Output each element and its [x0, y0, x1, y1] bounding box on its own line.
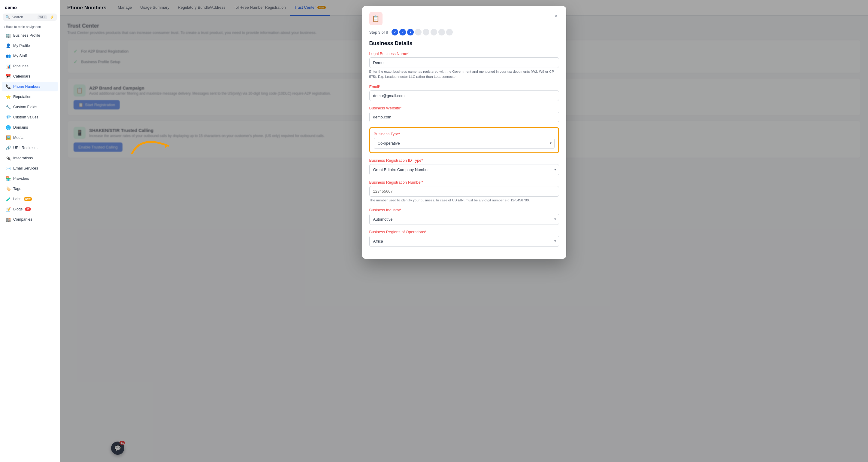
- store-icon: 🏪: [5, 176, 11, 181]
- sidebar-label: Providers: [13, 176, 29, 181]
- business-type-select[interactable]: Co-operative Sole Proprietorship Partner…: [374, 138, 555, 149]
- sidebar: demo 🔍 Search ctrl K ⚡ ‹ Back to main na…: [0, 0, 60, 462]
- labs-new-badge: new: [24, 197, 32, 201]
- sidebar-label: Domains: [13, 125, 28, 129]
- building-icon: 🏢: [5, 33, 11, 38]
- legal-name-input[interactable]: [369, 57, 559, 68]
- back-navigation[interactable]: ‹ Back to main navigation: [0, 23, 60, 30]
- sidebar-label: Reputation: [13, 95, 31, 99]
- person-icon: 👤: [5, 43, 11, 48]
- sidebar-label: Integrations: [13, 156, 33, 160]
- blogs-num-badge: 11: [25, 207, 31, 211]
- step-2: ✓: [399, 29, 406, 35]
- sidebar-item-url-redirects[interactable]: 🔗 URL Redirects: [2, 143, 58, 153]
- search-icon: 🔍: [5, 15, 10, 19]
- email-input[interactable]: [369, 90, 559, 101]
- sidebar-label: Companies: [13, 217, 32, 222]
- email-label: Email*: [369, 84, 559, 89]
- svg-marker-0: [164, 144, 168, 148]
- star-icon: ⭐: [5, 94, 11, 99]
- flash-icon: ⚡: [50, 15, 54, 19]
- sidebar-item-my-profile[interactable]: 👤 My Profile: [2, 41, 58, 51]
- sidebar-label: Email Services: [13, 166, 38, 170]
- legal-name-hint: Enter the exact business name, as regist…: [369, 69, 559, 80]
- sidebar-label: Custom Values: [13, 115, 38, 119]
- plug-icon: 🔌: [5, 156, 11, 161]
- sidebar-item-blogs[interactable]: 📝 Blogs 11: [2, 204, 58, 214]
- sidebar-item-business-profile[interactable]: 🏢 Business Profile: [2, 31, 58, 40]
- regions-select[interactable]: Africa Asia Europe North America South A…: [369, 236, 559, 247]
- sidebar-label: URL Redirects: [13, 146, 37, 150]
- registration-id-type-select[interactable]: Great Britain: Company Number EIN DUNS A…: [369, 164, 559, 175]
- sidebar-item-domains[interactable]: 🌐 Domains: [2, 123, 58, 132]
- modal-steps: Step 3 of 8 ✓ ✓ ●: [362, 25, 566, 40]
- search-bar[interactable]: 🔍 Search ctrl K ⚡: [3, 13, 57, 21]
- website-group: Business Website*: [369, 106, 559, 122]
- arrow-annotation: [123, 129, 177, 159]
- calendar-icon: 📅: [5, 74, 11, 79]
- sidebar-item-labs[interactable]: 🧪 Labs new: [2, 194, 58, 204]
- globe-icon: 🌐: [5, 125, 11, 130]
- business-industry-group: Business Industry* Automotive Finance He…: [369, 208, 559, 225]
- sidebar-item-custom-fields[interactable]: 🔧 Custom Fields: [2, 102, 58, 112]
- website-label: Business Website*: [369, 106, 559, 110]
- step-5: [423, 29, 429, 35]
- regions-group: Business Regions of Operations* Africa A…: [369, 230, 559, 247]
- sidebar-label: My Profile: [13, 44, 30, 48]
- diamond-icon: 💎: [5, 115, 11, 120]
- sidebar-item-custom-values[interactable]: 💎 Custom Values: [2, 112, 58, 122]
- registration-id-type-wrapper: Great Britain: Company Number EIN DUNS A…: [369, 164, 559, 175]
- step-label: Step 3 of 8: [369, 30, 388, 35]
- blog-icon: 📝: [5, 207, 11, 212]
- regions-wrapper: Africa Asia Europe North America South A…: [369, 236, 559, 247]
- modal-icon: 📋: [369, 12, 382, 25]
- step-1: ✓: [392, 29, 398, 35]
- main-area: Phone Numbers Manage Usage Summary Regul…: [60, 0, 868, 462]
- regions-label: Business Regions of Operations*: [369, 230, 559, 234]
- modal-body: Business Details Legal Business Name* En…: [362, 40, 566, 259]
- business-details-modal: 📋 × Step 3 of 8 ✓ ✓ ● Business Details: [362, 6, 566, 259]
- registration-number-input[interactable]: [369, 186, 559, 197]
- business-industry-select[interactable]: Automotive Finance Healthcare Technology…: [369, 214, 559, 225]
- sidebar-label: My Staff: [13, 54, 27, 58]
- business-industry-label: Business Industry*: [369, 208, 559, 212]
- registration-id-type-group: Business Registration ID Type* Great Bri…: [369, 158, 559, 175]
- sidebar-item-phone-numbers[interactable]: 📞 Phone Numbers: [2, 82, 58, 91]
- business-type-label: Business Type*: [374, 132, 555, 136]
- tag-icon: 🏷️: [5, 186, 11, 191]
- sidebar-item-calendars[interactable]: 📅 Calendars: [2, 71, 58, 81]
- email-icon: ✉️: [5, 166, 11, 171]
- wrench-icon: 🔧: [5, 105, 11, 109]
- modal-close-button[interactable]: ×: [553, 12, 559, 20]
- sidebar-item-media[interactable]: 🖼️ Media: [2, 133, 58, 142]
- registration-id-type-label: Business Registration ID Type*: [369, 158, 559, 163]
- step-6: [431, 29, 437, 35]
- sidebar-item-integrations[interactable]: 🔌 Integrations: [2, 153, 58, 163]
- back-arrow-icon: ‹: [4, 25, 5, 29]
- step-8: [446, 29, 453, 35]
- sidebar-label: Pipelines: [13, 64, 29, 68]
- sidebar-item-my-staff[interactable]: 👥 My Staff: [2, 51, 58, 61]
- phone-icon: 📞: [5, 84, 11, 89]
- sidebar-item-reputation[interactable]: ⭐ Reputation: [2, 92, 58, 102]
- sidebar-item-email-services[interactable]: ✉️ Email Services: [2, 164, 58, 173]
- sidebar-item-tags[interactable]: 🏷️ Tags: [2, 184, 58, 194]
- sidebar-label: Tags: [13, 187, 21, 191]
- website-input[interactable]: [369, 112, 559, 122]
- modal-overlay: 📋 × Step 3 of 8 ✓ ✓ ● Business Details: [60, 0, 868, 462]
- registration-number-label: Business Registration Number*: [369, 180, 559, 184]
- registration-number-hint: The number used to identify your busines…: [369, 198, 559, 203]
- sidebar-item-companies[interactable]: 🏬 Companies: [2, 214, 58, 224]
- chart-icon: 📊: [5, 64, 11, 68]
- people-icon: 👥: [5, 54, 11, 58]
- sidebar-item-pipelines[interactable]: 📊 Pipelines: [2, 61, 58, 71]
- business-type-group: Business Type* Co-operative Sole Proprie…: [369, 127, 559, 153]
- search-label: Search: [12, 15, 23, 19]
- labs-icon: 🧪: [5, 197, 11, 201]
- step-7: [438, 29, 445, 35]
- sidebar-item-providers[interactable]: 🏪 Providers: [2, 174, 58, 183]
- sidebar-label: Calendars: [13, 74, 30, 79]
- modal-title: Business Details: [369, 40, 559, 47]
- sidebar-label: Blogs: [13, 207, 23, 211]
- legal-name-label: Legal Business Name*: [369, 51, 559, 56]
